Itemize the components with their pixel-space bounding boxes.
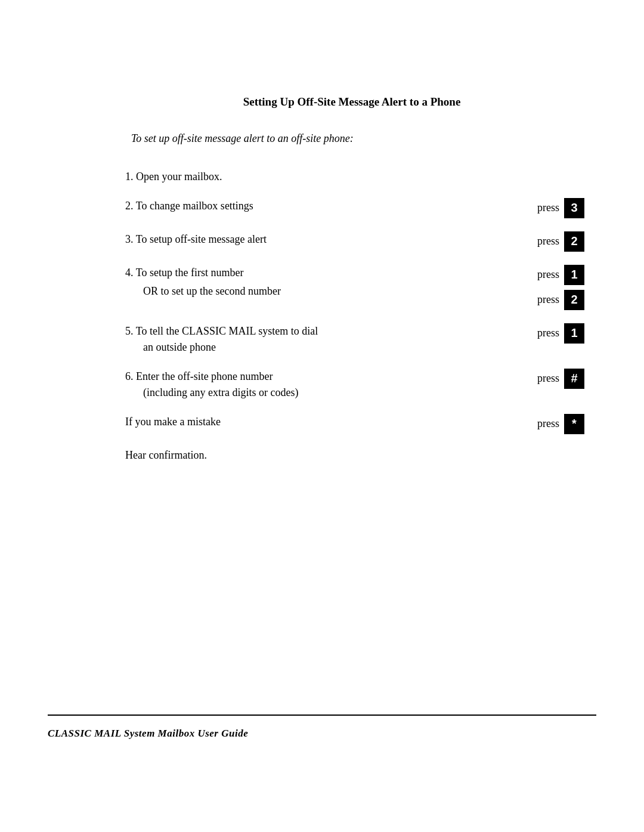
content-area: Setting Up Off-Site Message Alert to a P…	[119, 95, 584, 463]
step-4: 4. To setup the first number OR to set u…	[125, 265, 584, 310]
step-6-row: 6. Enter the off-site phone number (incl…	[125, 369, 584, 401]
step-mistake-press: press *	[513, 414, 584, 434]
step-5: 5. To tell the CLASSIC MAIL system to di…	[125, 323, 584, 355]
step-4-line1: 4. To setup the first number	[125, 265, 501, 281]
step-3: 3. To setup off-site message alert press…	[125, 231, 584, 252]
step-5-press: press 1	[513, 323, 584, 344]
step-mistake-key: *	[564, 414, 584, 434]
step-3-press: press 2	[513, 231, 584, 252]
step-2-press-label: press	[537, 202, 559, 214]
step-4-press-label-1: press	[537, 268, 559, 281]
step-5-key: 1	[564, 323, 584, 344]
step-6: 6. Enter the off-site phone number (incl…	[125, 369, 584, 401]
step-4-press-2: press 2	[513, 290, 584, 310]
step-2-key: 3	[564, 198, 584, 218]
step-4-main-row: 4. To setup the first number OR to set u…	[125, 265, 584, 310]
step-4-sub-row: OR to set up the second number	[125, 283, 501, 299]
step-5-line1: 5. To tell the CLASSIC MAIL system to di…	[125, 323, 501, 339]
step-5-press-label: press	[537, 327, 559, 339]
step-5-line2: an outside phone	[143, 339, 501, 355]
step-3-press-label: press	[537, 235, 559, 248]
step-4-text: 4. To setup the first number OR to set u…	[125, 265, 501, 299]
step-5-row: 5. To tell the CLASSIC MAIL system to di…	[125, 323, 584, 355]
steps-area: 1. Open your mailbox. 2. To change mailb…	[125, 169, 584, 463]
step-confirm-text: Hear confirmation.	[125, 447, 584, 463]
step-mistake-text: If you make a mistake	[125, 414, 501, 430]
step-4-press-label-2: press	[537, 293, 559, 306]
step-6-press-label: press	[537, 372, 559, 385]
step-mistake: If you make a mistake press *	[125, 414, 584, 434]
step-3-text: 3. To setup off-site message alert	[125, 231, 501, 248]
step-6-key: #	[564, 369, 584, 389]
page: Setting Up Off-Site Message Alert to a P…	[0, 0, 644, 832]
step-4-key-2: 2	[564, 290, 584, 310]
step-1: 1. Open your mailbox.	[125, 169, 584, 185]
step-5-text: 5. To tell the CLASSIC MAIL system to di…	[125, 323, 501, 355]
step-4-press-1: press 1	[513, 265, 584, 285]
step-1-text: 1. Open your mailbox.	[125, 169, 584, 185]
step-6-line2: (including any extra digits or codes)	[143, 385, 501, 401]
intro-text: To set up off-site message alert to an o…	[131, 130, 584, 147]
step-6-press: press #	[513, 369, 584, 389]
step-2-press: press 3	[513, 198, 584, 218]
step-2: 2. To change mailbox settings press 3	[125, 198, 584, 218]
step-3-key: 2	[564, 231, 584, 252]
step-2-text: 2. To change mailbox settings	[125, 198, 501, 214]
footer-line	[48, 715, 596, 716]
footer-text: CLASSIC MAIL System Mailbox User Guide	[48, 728, 248, 740]
step-6-text: 6. Enter the off-site phone number (incl…	[125, 369, 501, 401]
step-6-line1: 6. Enter the off-site phone number	[125, 369, 501, 385]
step-mistake-press-label: press	[537, 417, 559, 430]
step-confirm: Hear confirmation.	[125, 447, 584, 463]
step-4-key-1: 1	[564, 265, 584, 285]
step-4-sub-text: OR to set up the second number	[143, 283, 501, 299]
section-title: Setting Up Off-Site Message Alert to a P…	[119, 95, 584, 109]
